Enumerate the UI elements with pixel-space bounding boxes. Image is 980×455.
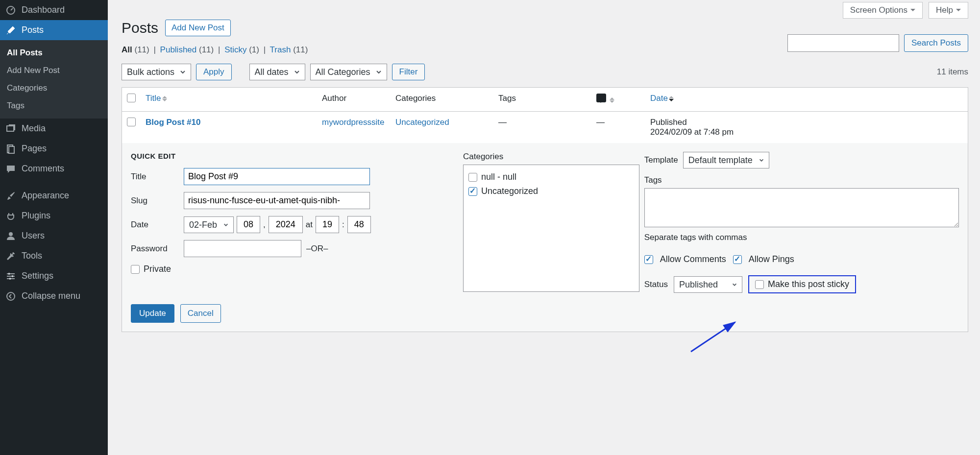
apply-button[interactable]: Apply xyxy=(196,64,232,80)
category-checkbox[interactable] xyxy=(468,187,477,196)
quick-edit-heading: QUICK EDIT xyxy=(131,152,458,160)
chevron-down-icon xyxy=(956,9,961,14)
col-comments[interactable] xyxy=(591,88,645,112)
category-checkbox[interactable] xyxy=(468,173,477,182)
posts-table: Title Author Categories Tags Date Blog P… xyxy=(122,87,968,332)
filter-button[interactable]: Filter xyxy=(392,64,425,80)
sticky-checkbox[interactable] xyxy=(755,280,764,289)
dates-select[interactable]: All dates xyxy=(249,64,305,80)
filter-published[interactable]: Published xyxy=(160,45,197,54)
submenu-add-new[interactable]: Add New Post xyxy=(0,62,108,79)
row-checkbox[interactable] xyxy=(127,118,136,126)
qe-title-input[interactable] xyxy=(184,168,370,185)
filter-all[interactable]: All xyxy=(122,45,132,54)
qe-month-select[interactable]: 02-Feb xyxy=(184,216,234,233)
qe-slug-input[interactable] xyxy=(184,192,370,209)
sidebar-item-tools[interactable]: Tools xyxy=(0,246,108,266)
sidebar-label: Posts xyxy=(22,25,44,35)
categories-select[interactable]: All Categories xyxy=(310,64,387,80)
qe-year-input[interactable] xyxy=(269,216,303,233)
qe-tags-textarea[interactable] xyxy=(644,188,959,227)
allow-comments-checkbox[interactable] xyxy=(644,255,653,264)
qe-status-select[interactable]: Published xyxy=(674,276,742,293)
filter-trash[interactable]: Trash xyxy=(270,45,291,54)
col-tags: Tags xyxy=(493,88,591,112)
qe-status-label: Status xyxy=(644,280,668,289)
qe-slug-label: Slug xyxy=(131,196,184,206)
brush-icon xyxy=(6,191,16,201)
sidebar-label: Media xyxy=(22,123,46,134)
post-title-link[interactable]: Blog Post #10 xyxy=(146,118,200,127)
sidebar-item-plugins[interactable]: Plugins xyxy=(0,206,108,226)
screen-options-button[interactable]: Screen Options xyxy=(843,2,923,19)
page-title: Posts xyxy=(122,20,158,36)
sidebar-item-appearance[interactable]: Appearance xyxy=(0,186,108,206)
chevron-down-icon xyxy=(910,9,915,14)
sidebar-item-posts[interactable]: Posts xyxy=(0,20,108,40)
submenu-categories[interactable]: Categories xyxy=(0,79,108,97)
qe-minute-input[interactable] xyxy=(347,216,371,233)
collapse-icon xyxy=(6,291,16,301)
qe-tags-label: Tags xyxy=(644,175,959,185)
user-icon xyxy=(6,231,16,241)
help-button[interactable]: Help xyxy=(929,2,968,19)
sidebar-label: Tools xyxy=(22,251,42,261)
sidebar-label: Plugins xyxy=(22,211,50,221)
sidebar-item-dashboard[interactable]: Dashboard xyxy=(0,0,108,20)
qe-hour-input[interactable] xyxy=(316,216,339,233)
qe-private-checkbox[interactable] xyxy=(131,265,140,274)
posts-submenu: All Posts Add New Post Categories Tags xyxy=(0,40,108,119)
plug-icon xyxy=(6,211,16,221)
category-item[interactable]: Uncategorized xyxy=(468,184,634,198)
tags-value: — xyxy=(498,118,507,127)
update-button[interactable]: Update xyxy=(131,304,174,323)
sidebar-label: Pages xyxy=(22,144,47,154)
sidebar-label: Users xyxy=(22,231,45,241)
sidebar-item-collapse[interactable]: Collapse menu xyxy=(0,286,108,306)
sidebar-label: Dashboard xyxy=(22,5,65,15)
sidebar-item-users[interactable]: Users xyxy=(0,226,108,246)
submenu-tags[interactable]: Tags xyxy=(0,97,108,115)
pin-icon xyxy=(6,25,16,35)
allow-pings-checkbox[interactable] xyxy=(733,255,742,264)
qe-categories-label: Categories xyxy=(463,152,639,162)
category-item[interactable]: null - null xyxy=(468,170,634,184)
sidebar-item-pages[interactable]: Pages xyxy=(0,139,108,159)
sidebar-item-settings[interactable]: Settings xyxy=(0,266,108,286)
svg-rect-3 xyxy=(9,146,14,153)
col-author: Author xyxy=(317,88,391,112)
sidebar-label: Appearance xyxy=(22,191,69,201)
sliders-icon xyxy=(6,271,16,281)
sticky-highlight: Make this post sticky xyxy=(748,275,856,293)
qe-day-input[interactable] xyxy=(237,216,260,233)
filter-sticky[interactable]: Sticky xyxy=(224,45,246,54)
qe-template-label: Template xyxy=(644,155,678,165)
svg-point-8 xyxy=(7,292,15,300)
comment-icon xyxy=(596,94,606,102)
sidebar-item-comments[interactable]: Comments xyxy=(0,159,108,179)
select-all-checkbox[interactable] xyxy=(127,94,136,102)
date-value: 2024/02/09 at 7:48 pm xyxy=(650,127,734,137)
comments-value: — xyxy=(596,118,605,127)
bulk-actions-select[interactable]: Bulk actions xyxy=(122,64,191,80)
search-posts-button[interactable]: Search Posts xyxy=(904,34,968,52)
search-input[interactable] xyxy=(787,34,899,52)
date-status: Published xyxy=(650,118,687,127)
qe-categories-box: null - null Uncategorized xyxy=(463,165,639,292)
col-date[interactable]: Date xyxy=(645,88,968,112)
add-new-post-button[interactable]: Add New Post xyxy=(165,20,231,36)
allow-pings-label: Allow Pings xyxy=(749,254,794,264)
table-row: Blog Post #10 mywordpresssite Uncategori… xyxy=(122,112,968,144)
col-title[interactable]: Title xyxy=(141,88,317,112)
main-content: Screen Options Help Posts Add New Post S… xyxy=(108,0,980,455)
submenu-all-posts[interactable]: All Posts xyxy=(0,44,108,62)
author-link[interactable]: mywordpresssite xyxy=(322,118,385,127)
sidebar-item-media[interactable]: Media xyxy=(0,119,108,139)
svg-point-4 xyxy=(9,232,13,236)
qe-template-select[interactable]: Default template xyxy=(683,152,769,168)
category-link[interactable]: Uncategorized xyxy=(395,118,449,127)
allow-comments-label: Allow Comments xyxy=(660,254,726,264)
cancel-button[interactable]: Cancel xyxy=(180,304,221,323)
qe-title-label: Title xyxy=(131,172,184,182)
qe-password-input[interactable] xyxy=(184,240,301,257)
